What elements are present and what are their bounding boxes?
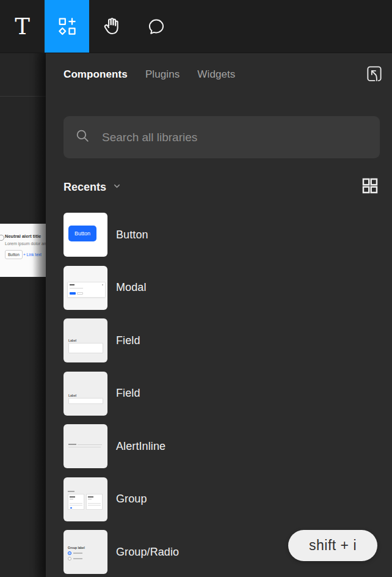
component-list: Button Button Modal Label Field Label Fi… [64,213,380,574]
mini-modal [67,282,106,298]
assets-icon [57,17,77,36]
search-bar [64,116,380,158]
text-tool-button[interactable]: T [0,0,45,53]
alert-button: Button [5,250,23,259]
recents-dropdown[interactable]: Recents [64,181,122,194]
component-label: Field [116,334,140,347]
component-label: Modal [116,281,147,294]
component-thumbnail: Group label [64,530,107,574]
component-list-item[interactable]: Group [64,477,380,521]
assets-panel: Components Plugins Widgets [46,53,392,577]
mini-button: Button [68,226,96,241]
assets-tool-button[interactable] [45,0,89,53]
component-label: AlertInline [116,440,165,453]
chevron-down-icon [112,182,122,193]
hand-tool-button[interactable] [89,0,134,53]
tab-widgets[interactable]: Widgets [197,68,235,81]
text-tool-icon: T [15,15,30,38]
component-list-item[interactable]: Label Field [64,318,380,362]
component-label: Button [116,229,148,241]
radio-checked-icon [68,551,71,555]
component-thumbnail: Button [64,213,107,257]
component-thumbnail [64,266,107,310]
hand-icon [101,16,122,37]
component-list-item[interactable]: Label Field [64,372,380,416]
mini-group-label: Group label [68,546,85,549]
tab-plugins[interactable]: Plugins [145,68,180,81]
comment-tool-button[interactable] [134,0,178,53]
mini-input [68,343,103,353]
recents-title: Recents [64,181,106,194]
panel-drop-shadow [32,53,46,577]
component-list-item[interactable]: Modal [64,266,380,310]
search-icon [74,128,91,147]
shortcut-badge: shift + i [288,530,377,561]
figma-dark-ui: Neutral alert title Lorem ipsum dolor am… [0,0,392,577]
radio-unchecked-icon [68,557,71,560]
search-input[interactable] [101,130,369,145]
component-list-item[interactable]: Button Button [64,213,380,257]
component-label: Group/Radio [116,546,179,559]
component-thumbnail: Label [64,372,107,416]
info-icon [0,235,4,241]
mini-field-label: Label [68,339,76,342]
component-label: Field [116,387,140,400]
toolbar: T [0,0,392,53]
tab-components[interactable]: Components [64,68,128,81]
component-label: Group [116,493,147,505]
panel-tabs: Components Plugins Widgets [46,53,392,97]
component-thumbnail [64,477,107,521]
canvas-peek-strip: Neutral alert title Lorem ipsum dolor am… [0,53,46,577]
popout-icon [365,64,383,85]
grid-view-button[interactable] [360,177,380,197]
component-thumbnail: Label [64,318,107,362]
popout-panel-button[interactable] [365,65,384,84]
grid-view-icon [361,177,379,197]
mini-field-label: Label [68,394,76,397]
component-list-item[interactable]: AlertInline [64,424,380,468]
mini-input [68,398,103,404]
component-thumbnail [64,424,107,468]
comment-icon [147,17,166,36]
recents-row: Recents [64,177,380,197]
